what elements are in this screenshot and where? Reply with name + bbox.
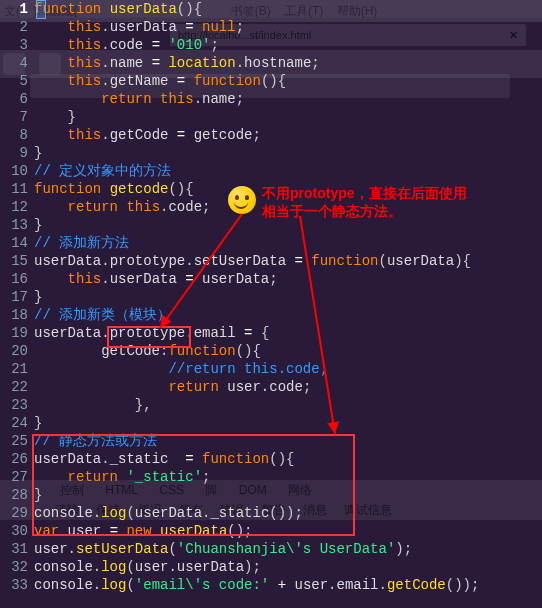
line-number: 18 <box>0 306 34 324</box>
code-line[interactable]: 30var user = new userData(); <box>0 522 542 540</box>
line-number: 14 <box>0 234 34 252</box>
code-line[interactable]: 4 this.name = location.hostname; <box>0 54 542 72</box>
line-number: 3 <box>0 36 34 54</box>
line-number: 5 <box>0 72 34 90</box>
code-content[interactable]: function getcode(){ <box>34 180 542 198</box>
line-number: 30 <box>0 522 34 540</box>
code-line[interactable]: 8 this.getCode = getcode; <box>0 126 542 144</box>
code-content[interactable]: this.getCode = getcode; <box>34 126 542 144</box>
code-content[interactable]: this.userData = userData; <box>34 270 542 288</box>
code-content[interactable]: } <box>34 144 542 162</box>
code-content[interactable]: var user = new userData(); <box>34 522 542 540</box>
line-number: 32 <box>0 558 34 576</box>
code-line[interactable]: 21 //return this.code; <box>0 360 542 378</box>
line-number: 31 <box>0 540 34 558</box>
line-number: 20 <box>0 342 34 360</box>
code-line[interactable]: 26userData._static = function(){ <box>0 450 542 468</box>
code-content[interactable]: console.log(userData._static()); <box>34 504 542 522</box>
code-content[interactable]: this.getName = function(){ <box>34 72 542 90</box>
code-content[interactable]: this.code = '010'; <box>34 36 542 54</box>
code-line[interactable]: 2 this.userData = null; <box>0 18 542 36</box>
code-line[interactable]: 1function userData(){ <box>0 0 542 18</box>
code-content[interactable]: // 添加新类（模块） <box>34 306 542 324</box>
code-line[interactable]: 12 return this.code; <box>0 198 542 216</box>
code-line[interactable]: 18// 添加新类（模块） <box>0 306 542 324</box>
code-content[interactable]: return this.code; <box>34 198 542 216</box>
line-number: 8 <box>0 126 34 144</box>
code-editor[interactable]: 1function userData(){2 this.userData = n… <box>0 0 542 594</box>
line-number: 13 <box>0 216 34 234</box>
code-line[interactable]: 28} <box>0 486 542 504</box>
code-line[interactable]: 24} <box>0 414 542 432</box>
code-line[interactable]: 14// 添加新方法 <box>0 234 542 252</box>
code-content[interactable]: userData.prototype.email = { <box>34 324 542 342</box>
line-number: 12 <box>0 198 34 216</box>
code-line[interactable]: 25// 静态方法或方法 <box>0 432 542 450</box>
code-line[interactable]: 33console.log('email\'s code:' + user.em… <box>0 576 542 594</box>
line-number: 16 <box>0 270 34 288</box>
code-content[interactable]: console.log('email\'s code:' + user.emai… <box>34 576 542 594</box>
line-number: 1 <box>0 0 34 18</box>
code-line[interactable]: 5 this.getName = function(){ <box>0 72 542 90</box>
code-content[interactable]: } <box>34 486 542 504</box>
code-content[interactable]: getCode:function(){ <box>34 342 542 360</box>
code-content[interactable]: } <box>34 288 542 306</box>
text-cursor <box>36 0 46 19</box>
code-line[interactable]: 6 return this.name; <box>0 90 542 108</box>
line-number: 15 <box>0 252 34 270</box>
line-number: 22 <box>0 378 34 396</box>
code-line[interactable]: 29console.log(userData._static()); <box>0 504 542 522</box>
code-content[interactable]: return user.code; <box>34 378 542 396</box>
line-number: 26 <box>0 450 34 468</box>
screenshot-stage: 文( )辑隐藏( 书签(B) 工具(T) 帮助(H) http://localh… <box>0 0 542 608</box>
code-content[interactable]: function userData(){ <box>34 0 542 18</box>
code-line[interactable]: 32console.log(user.userData); <box>0 558 542 576</box>
line-number: 23 <box>0 396 34 414</box>
line-number: 24 <box>0 414 34 432</box>
line-number: 9 <box>0 144 34 162</box>
code-line[interactable]: 10// 定义对象中的方法 <box>0 162 542 180</box>
line-number: 2 <box>0 18 34 36</box>
code-line[interactable]: 15userData.prototype.setUserData = funct… <box>0 252 542 270</box>
code-content[interactable]: this.name = location.hostname; <box>34 54 542 72</box>
code-line[interactable]: 17} <box>0 288 542 306</box>
code-line[interactable]: 20 getCode:function(){ <box>0 342 542 360</box>
line-number: 29 <box>0 504 34 522</box>
code-content[interactable]: } <box>34 414 542 432</box>
code-line[interactable]: 31user.setUserData('Chuanshanjia\'s User… <box>0 540 542 558</box>
code-content[interactable]: return '_static'; <box>34 468 542 486</box>
code-content[interactable]: this.userData = null; <box>34 18 542 36</box>
code-content[interactable]: }, <box>34 396 542 414</box>
code-line[interactable]: 23 }, <box>0 396 542 414</box>
code-line[interactable]: 22 return user.code; <box>0 378 542 396</box>
code-line[interactable]: 3 this.code = '010'; <box>0 36 542 54</box>
code-content[interactable]: console.log(user.userData); <box>34 558 542 576</box>
code-content[interactable]: userData.prototype.setUserData = functio… <box>34 252 542 270</box>
code-content[interactable]: //return this.code; <box>34 360 542 378</box>
line-number: 7 <box>0 108 34 126</box>
line-number: 27 <box>0 468 34 486</box>
line-number: 19 <box>0 324 34 342</box>
line-number: 33 <box>0 576 34 594</box>
code-content[interactable]: return this.name; <box>34 90 542 108</box>
line-number: 11 <box>0 180 34 198</box>
code-content[interactable]: // 添加新方法 <box>34 234 542 252</box>
code-content[interactable]: // 定义对象中的方法 <box>34 162 542 180</box>
code-line[interactable]: 11function getcode(){ <box>0 180 542 198</box>
code-line[interactable]: 9} <box>0 144 542 162</box>
code-content[interactable]: userData._static = function(){ <box>34 450 542 468</box>
code-line[interactable]: 27 return '_static'; <box>0 468 542 486</box>
code-line[interactable]: 19userData.prototype.email = { <box>0 324 542 342</box>
code-line[interactable]: 7 } <box>0 108 542 126</box>
code-content[interactable]: } <box>34 216 542 234</box>
code-line[interactable]: 16 this.userData = userData; <box>0 270 542 288</box>
code-content[interactable]: user.setUserData('Chuanshanjia\'s UserDa… <box>34 540 542 558</box>
code-line[interactable]: 13} <box>0 216 542 234</box>
line-number: 21 <box>0 360 34 378</box>
line-number: 28 <box>0 486 34 504</box>
code-content[interactable]: // 静态方法或方法 <box>34 432 542 450</box>
line-number: 10 <box>0 162 34 180</box>
line-number: 25 <box>0 432 34 450</box>
smiley-icon <box>228 186 256 214</box>
code-content[interactable]: } <box>34 108 542 126</box>
